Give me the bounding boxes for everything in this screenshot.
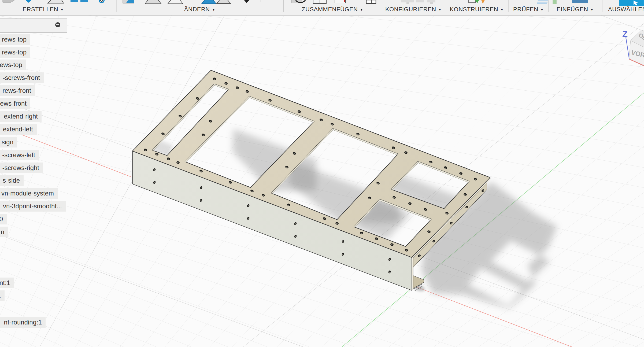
svg-text:Z: Z [622,29,628,39]
